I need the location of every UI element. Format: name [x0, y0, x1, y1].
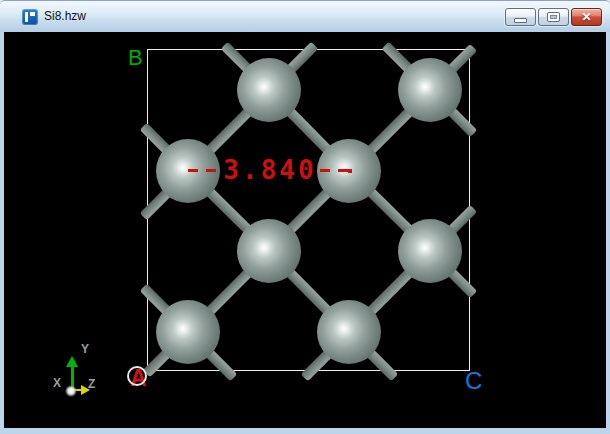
- minimize-button[interactable]: [505, 8, 536, 26]
- atom[interactable]: [237, 219, 301, 283]
- y-axis-arrowhead-icon: [66, 356, 78, 367]
- cell-axis-label-b: B: [128, 45, 143, 71]
- a-axis-circle-icon: [127, 366, 147, 386]
- app-icon: [22, 9, 38, 25]
- minimize-icon: [514, 18, 527, 23]
- atom[interactable]: [156, 300, 220, 364]
- atom[interactable]: [237, 58, 301, 122]
- close-button[interactable]: ✕: [571, 8, 602, 26]
- y-axis-label: Y: [81, 342, 89, 356]
- atom[interactable]: [398, 58, 462, 122]
- x-axis-origin-dot-icon: [65, 385, 77, 397]
- atom[interactable]: [398, 219, 462, 283]
- close-icon: ✕: [581, 11, 591, 23]
- measurement-label: 3.840: [215, 155, 325, 185]
- maximize-button[interactable]: [538, 8, 569, 26]
- measurement-endpoint-dot: [348, 169, 352, 173]
- x-axis-label: X: [53, 376, 61, 390]
- maximize-icon: [547, 12, 560, 22]
- viewport[interactable]: 3.840 B C A Y Z X: [4, 32, 606, 428]
- title-bar[interactable]: Si8.hzw ✕: [0, 1, 610, 32]
- window-controls: ✕: [505, 8, 602, 26]
- window-title: Si8.hzw: [44, 1, 86, 32]
- cell-axis-label-c: C: [465, 367, 482, 395]
- z-axis-label: Z: [88, 377, 95, 391]
- viewer-window: Si8.hzw ✕ 3.840 B C A: [0, 0, 610, 434]
- atom[interactable]: [317, 300, 381, 364]
